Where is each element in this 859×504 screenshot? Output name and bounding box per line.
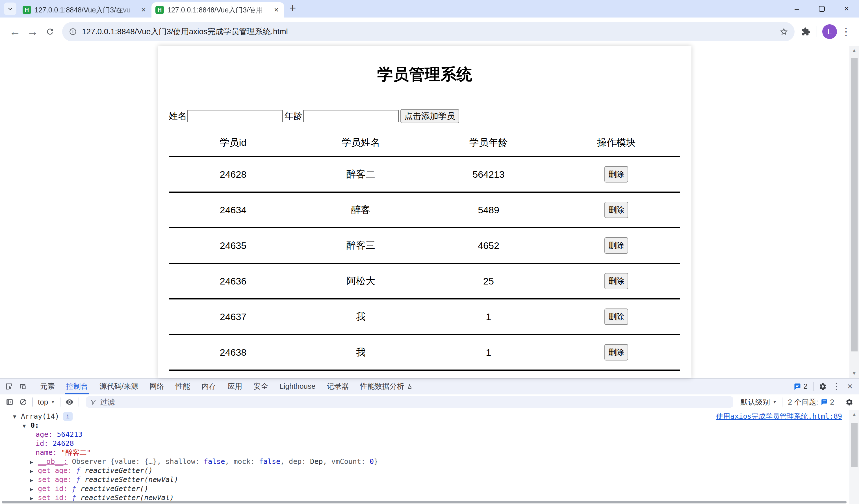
devtools-tab-network[interactable]: 网络 <box>144 379 170 394</box>
browser-menu-icon[interactable]: ⋮ <box>839 26 853 37</box>
function-signature: reactiveGetter() <box>80 467 153 475</box>
divider <box>78 397 79 407</box>
tab-search-chevron-icon[interactable] <box>4 2 16 15</box>
bookmark-star-icon[interactable] <box>776 24 792 40</box>
log-level-selector[interactable]: 默认级别 ▼ <box>738 397 780 407</box>
tab-close-icon[interactable]: × <box>140 6 148 14</box>
name-input[interactable] <box>187 110 283 122</box>
browser-tab-active[interactable]: H 127.0.0.1:8848/Vue入门3/使用 × <box>151 2 284 17</box>
col-header-id: 学员id <box>169 136 297 149</box>
console-horizontal-scrollbar-thumb[interactable] <box>2 501 847 503</box>
delete-button[interactable]: 删除 <box>604 237 628 254</box>
delete-button[interactable]: 删除 <box>604 308 628 325</box>
devtools-tab-console[interactable]: 控制台 <box>60 379 94 394</box>
issues-counter[interactable]: 2 个问题: 2 <box>785 397 838 407</box>
execution-context-selector[interactable]: top ▼ <box>35 398 58 407</box>
hbuilder-favicon-icon: H <box>155 6 164 14</box>
table-row: 24634 醉客 5489 删除 <box>169 193 680 228</box>
back-button[interactable]: ← <box>6 23 24 41</box>
devtools-tab-elements[interactable]: 元素 <box>34 379 60 394</box>
delete-button[interactable]: 删除 <box>604 273 628 289</box>
prop-key: name: <box>35 448 57 457</box>
profile-avatar[interactable]: L <box>822 24 837 39</box>
tab-close-icon[interactable]: × <box>272 6 280 14</box>
table-header: 学员id 学员姓名 学员年龄 操作模块 <box>169 129 680 157</box>
console-sidebar-toggle-icon[interactable] <box>3 395 16 409</box>
extensions-icon[interactable] <box>798 24 814 40</box>
scroll-down-icon[interactable]: ▼ <box>849 371 859 376</box>
page-scrollbar-thumb[interactable] <box>851 58 858 351</box>
devtools-settings-gear-icon[interactable] <box>816 380 830 393</box>
cell-name: 阿松大 <box>297 275 425 288</box>
console-filter-input[interactable]: 过滤 <box>86 396 733 408</box>
console-prop-row: name: "醉客二" <box>0 448 842 457</box>
scroll-up-icon[interactable]: ▲ <box>849 412 859 417</box>
devtools-tab-performance[interactable]: 性能 <box>170 379 196 394</box>
cell-name: 醉客二 <box>297 168 425 181</box>
expand-triangle-icon[interactable]: ▼ <box>13 412 21 421</box>
collapsed-triangle-icon[interactable]: ▶ <box>30 475 38 485</box>
collapsed-triangle-icon[interactable]: ▶ <box>30 485 38 493</box>
maximize-icon <box>819 6 825 12</box>
console-index-row: ▼0: <box>0 421 842 430</box>
col-header-actions: 操作模块 <box>553 136 680 149</box>
inspect-element-icon[interactable] <box>2 380 16 393</box>
accessor-key: set id: <box>38 493 67 502</box>
expand-triangle-icon[interactable]: ▼ <box>22 421 31 430</box>
console-scrollbar-thumb[interactable] <box>851 423 858 467</box>
live-expression-eye-icon[interactable] <box>63 395 76 409</box>
collapsed-triangle-icon[interactable]: ▶ <box>30 467 38 475</box>
device-toolbar-icon[interactable] <box>16 380 29 393</box>
delete-button[interactable]: 删除 <box>604 202 628 218</box>
info-badge[interactable]: i <box>63 412 72 421</box>
delete-button[interactable]: 删除 <box>604 344 628 361</box>
devtools-tab-sources[interactable]: 源代码/来源 <box>94 379 144 394</box>
devtools-tab-security[interactable]: 安全 <box>248 379 274 394</box>
console-source-link[interactable]: 使用axios完成学员管理系统.html:89 <box>716 412 842 421</box>
chevron-down-icon: ▼ <box>51 400 55 404</box>
divider <box>32 382 32 391</box>
cell-age: 1 <box>425 311 553 322</box>
reload-button[interactable] <box>41 23 59 41</box>
window-maximize-button[interactable] <box>809 0 834 17</box>
devtools-tab-lighthouse[interactable]: Lighthouse <box>274 379 321 394</box>
devtools-tab-memory[interactable]: 内存 <box>196 379 222 394</box>
array-label[interactable]: Array(14) <box>21 412 59 421</box>
cell-age: 564213 <box>425 169 553 180</box>
console-scrollbar[interactable]: ▲ <box>849 410 859 504</box>
clear-console-icon[interactable] <box>16 395 30 409</box>
console-array-row: ▼Array(14) i 使用axios完成学员管理系统.html:89 <box>0 412 842 421</box>
divider <box>813 382 814 391</box>
console-settings-gear-icon[interactable] <box>843 395 856 409</box>
cell-name: 醉客 <box>297 203 425 216</box>
browser-tab-inactive[interactable]: H 127.0.0.1:8848/Vue入门3/在vu × <box>19 2 151 17</box>
devtools-tab-recorder[interactable]: 记录器 <box>321 379 355 394</box>
cell-id: 24637 <box>169 311 297 322</box>
issues-chip[interactable]: 2 <box>790 382 811 391</box>
page-scrollbar[interactable]: ▲ ▼ <box>849 46 859 378</box>
flask-icon <box>406 383 413 390</box>
devtools-tab-application[interactable]: 应用 <box>222 379 248 394</box>
add-student-button[interactable]: 点击添加学员 <box>401 109 459 123</box>
preview-bool: false <box>259 457 280 465</box>
window-close-button[interactable]: × <box>834 0 859 17</box>
devtools-close-icon[interactable]: × <box>843 380 857 393</box>
site-info-icon[interactable] <box>69 28 77 35</box>
scroll-up-icon[interactable]: ▲ <box>849 48 859 53</box>
omnibox[interactable]: 127.0.0.1:8848/Vue入门3/使用axios完成学员管理系统.ht… <box>62 22 795 41</box>
age-input[interactable] <box>303 110 399 122</box>
cell-age: 4652 <box>425 240 553 251</box>
new-tab-button[interactable]: + <box>289 2 296 15</box>
devtools-menu-icon[interactable]: ⋮ <box>830 380 843 393</box>
delete-button[interactable]: 删除 <box>604 166 628 183</box>
prop-value: 24628 <box>52 439 74 447</box>
url-text[interactable]: 127.0.0.1:8848/Vue入门3/使用axios完成学员管理系统.ht… <box>82 26 776 37</box>
divider <box>60 397 60 407</box>
devtools-panel: 元素 控制台 源代码/来源 网络 性能 内存 应用 安全 Lighthouse … <box>0 378 859 504</box>
chevron-down-icon: ▼ <box>773 400 777 404</box>
cell-id: 24636 <box>169 276 297 287</box>
devtools-tab-performance-insights[interactable]: 性能数据分析 <box>355 379 419 394</box>
window-minimize-button[interactable]: – <box>784 0 809 17</box>
collapsed-triangle-icon[interactable]: ▶ <box>30 457 38 467</box>
forward-button[interactable]: → <box>24 23 41 41</box>
